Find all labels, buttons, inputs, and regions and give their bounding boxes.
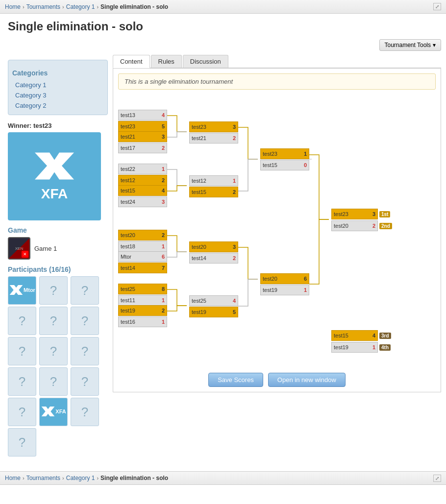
r1m8-p2[interactable]: test16 1 — [118, 316, 167, 327]
r1m1-p1[interactable]: test13 4 — [118, 110, 167, 120]
participant-13[interactable]: ? — [8, 398, 36, 426]
r2m3-p1[interactable]: test20 3 — [189, 241, 238, 252]
winner-section: Winner: test23 XFA — [8, 122, 108, 220]
r1-match1: test13 4 test23 5 — [118, 109, 167, 132]
participant-4[interactable]: ? — [8, 307, 36, 335]
r4m1-p1[interactable]: test23 3 — [331, 209, 378, 219]
sidebar: Categories Category 1 Category 3 Categor… — [0, 55, 113, 461]
r1m2-p2[interactable]: test17 2 — [118, 143, 167, 153]
r1m3-p1[interactable]: test22 1 — [118, 164, 167, 174]
participant-8[interactable]: ? — [39, 337, 68, 365]
r1m3-p1-name: test22 — [121, 166, 158, 172]
open-new-window-button[interactable]: Open in new window — [268, 373, 346, 387]
r1m5-p1[interactable]: test20 2 — [118, 230, 167, 240]
r1m3-p2-score: 2 — [158, 177, 165, 183]
3rd-row1: test15 4 3rd — [331, 330, 391, 341]
r3m1-p2[interactable]: test15 0 — [260, 160, 309, 170]
participant-11[interactable]: ? — [39, 367, 68, 396]
participant-mtor[interactable]: Mtor — [8, 276, 36, 305]
r1m8-p2-score: 1 — [158, 319, 165, 325]
r1m6-p2-name: test14 — [121, 265, 158, 271]
breadcrumb-sep-3: › — [97, 4, 99, 10]
r2m4-p2[interactable]: test19 5 — [189, 307, 238, 317]
r3m2-p1-score: 6 — [300, 276, 307, 282]
r2m1-p2[interactable]: test21 2 — [189, 133, 238, 144]
r3m2-p2[interactable]: test19 1 — [260, 285, 309, 295]
r1-match8: test19 2 test16 1 — [118, 305, 167, 328]
r2m3-p1-score: 3 — [229, 244, 236, 250]
participant-12[interactable]: ? — [71, 367, 99, 396]
main-layout: Categories Category 1 Category 3 Categor… — [0, 55, 446, 466]
breadcrumb-bottom-cat1[interactable]: Category 1 — [66, 475, 95, 481]
breadcrumb-bottom-home[interactable]: Home — [5, 475, 21, 481]
participant-3[interactable]: ? — [71, 276, 99, 305]
button-row: Save Scores Open in new window — [118, 373, 436, 387]
r4-final-row2: test20 2 2nd — [331, 220, 392, 232]
participant-6[interactable]: ? — [71, 307, 99, 335]
svg-marker-1 — [10, 285, 23, 295]
participant-15[interactable]: ? — [71, 398, 99, 426]
3rd-p1[interactable]: test15 4 — [331, 330, 378, 341]
r1m1-p2-score: 5 — [158, 123, 165, 129]
r2m1-p1[interactable]: test23 3 — [189, 121, 238, 132]
tab-content[interactable]: Content — [113, 55, 150, 68]
save-scores-button[interactable]: Save Scores — [208, 373, 263, 387]
unknown-icon: ? — [50, 344, 57, 359]
participant-xfa-icon2 — [41, 407, 55, 417]
r1m8-p1[interactable]: test19 2 — [118, 305, 167, 316]
winner-label: Winner: test23 — [8, 122, 108, 129]
participant-xfa[interactable]: XFA — [39, 398, 68, 426]
r2m2-p2[interactable]: test15 2 — [189, 187, 238, 197]
r2m4-p1[interactable]: test25 4 — [189, 295, 238, 306]
participant-10[interactable]: ? — [8, 367, 36, 396]
3rd-p2[interactable]: test19 1 — [331, 342, 378, 353]
r4m1-p2[interactable]: test20 2 — [331, 220, 378, 231]
r3m1-p1[interactable]: test23 1 — [260, 148, 309, 159]
breadcrumb-home[interactable]: Home — [5, 3, 21, 10]
participant-7[interactable]: ? — [8, 337, 36, 365]
r2m3-p2[interactable]: test14 2 — [189, 253, 238, 264]
unknown-icon: ? — [81, 405, 88, 420]
breadcrumb-tournaments[interactable]: Tournaments — [26, 3, 60, 10]
breadcrumb-bottom: Home › Tournaments › Category 1 › Single… — [0, 471, 446, 485]
r2m2-p1[interactable]: test12 1 — [189, 175, 238, 186]
r3m2-p1[interactable]: test20 6 — [260, 273, 309, 284]
3rd-p2-score: 1 — [369, 344, 375, 350]
3rd-p1-name: test15 — [334, 333, 369, 338]
external-link-icon[interactable]: ⤢ — [433, 3, 441, 10]
participant-9[interactable]: ? — [71, 337, 99, 365]
r1m6-p2[interactable]: test14 7 — [118, 263, 167, 273]
r3-match2: test20 6 test19 1 — [260, 273, 309, 296]
r1m7-p1[interactable]: test25 8 — [118, 284, 167, 294]
r1m8-p2-name: test16 — [121, 319, 158, 325]
sidebar-item-cat1[interactable]: Category 1 — [12, 80, 103, 90]
participant-16[interactable]: ? — [8, 428, 36, 456]
tab-discussion[interactable]: Discussion — [183, 55, 228, 68]
r1m4-p2[interactable]: test24 3 — [118, 196, 167, 207]
r1m6-p1[interactable]: Mtor 6 — [118, 251, 167, 262]
r1m5-p2[interactable]: test18 1 — [118, 241, 167, 252]
r4-final-row1: test23 3 1st — [331, 208, 392, 220]
bottom-external-link-icon[interactable]: ⤢ — [433, 475, 441, 482]
tab-rules[interactable]: Rules — [151, 55, 182, 68]
svg-marker-0 — [35, 152, 74, 179]
breadcrumb-sep-2: › — [62, 4, 64, 10]
r1m4-p1[interactable]: test15 4 — [118, 185, 167, 196]
r4m1-p1-score: 3 — [369, 211, 375, 217]
r1m2-p1[interactable]: test21 3 — [118, 131, 167, 142]
place-2nd-badge: 2nd — [379, 223, 392, 229]
participant-2[interactable]: ? — [39, 276, 68, 305]
breadcrumb-current: Single elimination - solo — [100, 3, 168, 10]
r1-match2: test21 3 test17 2 — [118, 131, 167, 154]
breadcrumb-bottom-tournaments[interactable]: Tournaments — [26, 475, 60, 481]
r1m7-p2[interactable]: test11 1 — [118, 295, 167, 306]
r1m1-p2[interactable]: test23 5 — [118, 121, 167, 132]
breadcrumb-category1[interactable]: Category 1 — [66, 3, 95, 10]
categories-title: Categories — [12, 69, 103, 77]
participant-5[interactable]: ? — [39, 307, 68, 335]
sidebar-item-cat3[interactable]: Category 3 — [12, 90, 103, 100]
r1m3-p2[interactable]: test12 2 — [118, 175, 167, 186]
tournament-tools-button[interactable]: Tournament Tools ▾ — [379, 39, 442, 51]
sidebar-item-cat2[interactable]: Category 2 — [12, 100, 103, 111]
unknown-icon: ? — [50, 374, 57, 389]
